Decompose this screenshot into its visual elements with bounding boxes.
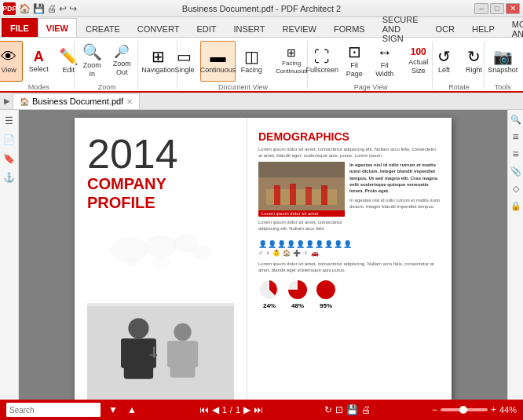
tab-convert[interactable]: CONVERT [129,20,188,37]
tab-forms[interactable]: FORMS [325,20,374,37]
person-icon-5: 👤 [296,240,305,248]
single-label: Single [174,66,194,75]
svg-point-3 [192,245,211,260]
snapshot-button[interactable]: 📷 Snapshot [484,41,521,82]
svg-rect-13 [167,341,175,367]
actual-size-label: Actual Size [404,58,432,75]
svg-rect-23 [321,185,327,205]
male-icon: ♂ [258,250,263,257]
maximize-button[interactable]: □ [490,3,504,14]
search-prev-button[interactable]: ▲ [126,404,138,415]
zoom-in-status-button[interactable]: + [491,404,496,415]
right-tool-search[interactable]: 🔍 [510,113,522,126]
fullscreen-button[interactable]: ⛶ Fullscreen [305,41,338,82]
tab-help[interactable]: HELP [463,20,503,37]
nav-last-button[interactable]: ⏭ [254,404,263,415]
pdf-right-page: DEMOGRAPHICS Lorem ipsum dolor sit amet,… [247,118,452,400]
single-button[interactable]: ▭ Single [170,41,199,82]
tab-create[interactable]: CREATE [77,20,129,37]
right-tool-lock[interactable]: 🔒 [510,199,522,212]
zoom-buttons: 🔍 Zoom In 🔎 Zoom Out [78,41,136,82]
rotate-left-label: Left [438,66,450,75]
select-button[interactable]: A Select [24,41,53,82]
facing-label: Facing [241,66,262,75]
zoom-thumb[interactable] [459,406,467,414]
tab-secure-sign[interactable]: SECURE AND SIGN [374,20,427,37]
title-left: PDF 🏠 💾 🖨 ↩ ↪ [3,2,77,15]
right-tool-menu1[interactable]: ≡ [510,130,522,143]
zoom-slider[interactable] [441,408,488,411]
nav-first-button[interactable]: ⏮ [199,404,209,415]
view-button[interactable]: 👁 View [0,41,23,82]
zoom-out-button[interactable]: 🔎 Zoom Out [108,41,136,82]
tab-modules[interactable]: MODULES AND P... [503,20,523,37]
tab-insert[interactable]: INSERT [225,20,273,37]
doc-tab-close-button[interactable]: ✕ [126,97,133,106]
pie-3-container [315,279,337,301]
tab-ocr[interactable]: OCR [427,20,463,37]
sidebar-tool-nav[interactable]: ☰ [2,113,17,129]
tab-expand-button[interactable]: ▶ [2,94,13,108]
actual-size-icon: 100 [411,47,426,57]
facing-icon: ◫ [244,49,259,64]
sidebar-tool-anchor[interactable]: ⚓ [2,170,17,185]
sidebar-tool-bookmarks[interactable]: 🔖 [2,151,17,166]
page-tools-status: ↻ ⊡ 💾 🖨 [324,404,371,415]
snapshot-label: Snapshot [488,66,518,75]
minimize-button[interactable]: – [474,3,488,14]
title-bar: PDF 🏠 💾 🖨 ↩ ↪ Business Document.pdf - PD… [0,0,523,17]
fit-width-button[interactable]: ↔ Fit Width [370,41,399,82]
redo-icon[interactable]: ↪ [69,3,77,14]
document-tab[interactable]: 🏠 Business Document.pdf ✕ [13,93,140,109]
fit-status-icon[interactable]: ⊡ [335,404,343,415]
facing-button[interactable]: ◫ Facing [237,41,265,82]
year-text: 2014 [87,133,234,174]
tab-view[interactable]: VIEW [38,18,77,37]
right-tool-clip[interactable]: 📎 [510,165,522,177]
sidebar-tool-pages[interactable]: 📄 [2,132,17,148]
bold-para: In egestas nisl id odio rutrum et mattis… [349,162,441,195]
document-view[interactable]: 2014 COMPANY PROFILE [19,110,507,400]
people-svg [87,303,234,400]
zoom-out-status-button[interactable]: − [432,404,437,415]
right-tool-diamond[interactable]: ◇ [510,182,522,195]
plane-icon: ✈ [303,250,309,257]
stat-1: 24% [258,279,280,309]
single-icon: ▭ [177,49,192,64]
save-status-icon[interactable]: 💾 [346,404,358,415]
rotate-left-button[interactable]: ↺ Left [430,41,459,82]
close-button[interactable]: ✕ [506,3,520,14]
search-down-button[interactable]: ▼ [107,404,119,415]
fit-page-button[interactable]: ⊡ Fit Page [340,41,368,82]
svg-point-5 [125,257,140,268]
print-status-icon[interactable]: 🖨 [361,404,371,415]
nav-next-button[interactable]: ▶ [243,404,251,415]
svg-rect-14 [190,341,198,367]
person-icon-8: 👤 [324,240,333,248]
col-right: In egestas nisl id odio rutrum et mattis… [349,162,441,235]
continuous-label: Continuous [200,66,236,75]
fullscreen-icon: ⛶ [314,49,330,64]
company-line2: PROFILE [87,193,234,212]
save-icon[interactable]: 💾 [33,3,45,14]
pie-chart-1 [258,279,280,301]
print-icon[interactable]: 🖨 [47,3,57,14]
search-input[interactable] [6,403,101,417]
stats-area: 24% 48% [258,279,441,309]
tab-review[interactable]: REVIEW [274,20,325,37]
col-left: Lorem ipsum dolor sit amet Lorem ipsum d… [258,162,345,235]
stat-2-label: 48% [287,302,309,309]
home-icon[interactable]: 🏠 [19,3,31,14]
nav-prev-button[interactable]: ◀ [212,404,219,415]
infographic-section: 👤 👤 👤 👤 👤 👤 👤 👤 👤 👤 ♂ ♀ [258,240,441,258]
undo-icon[interactable]: ↩ [59,3,67,14]
tab-file[interactable]: FILE [2,18,38,37]
rotate-status-icon[interactable]: ↻ [324,404,332,415]
zoom-in-button[interactable]: 🔍 Zoom In [78,41,106,82]
continuous-button[interactable]: ▬ Continuous [200,41,236,82]
photo-caption: Lorem ipsum dolor sit amet [258,210,345,217]
pageview-buttons: ⛶ Fullscreen ⊡ Fit Page ↔ Fit Width 100 … [305,41,436,82]
right-tool-menu2[interactable]: ≡ [510,148,522,160]
tab-edit[interactable]: EDIT [188,20,225,37]
modes-group-label: Modes [28,83,49,91]
